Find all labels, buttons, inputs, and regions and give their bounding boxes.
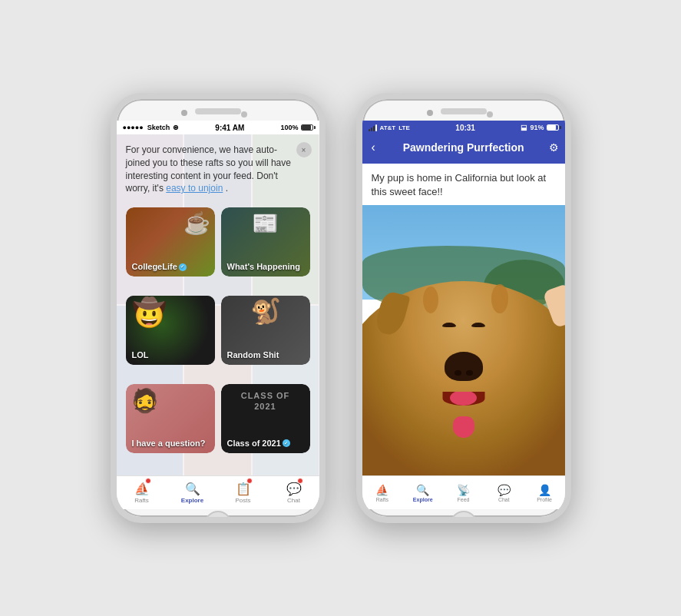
raft-name-college: CollegeLife [132, 262, 177, 272]
bluetooth-symbol: ⬓ [521, 124, 527, 131]
class-year-decoration: CLASS OF2021 [221, 390, 310, 412]
nav-item-explore[interactable]: 🔍 Explore [167, 476, 218, 509]
back-button[interactable]: ‹ [369, 137, 379, 157]
phone-left: ●●●●● Sketch ⊛ 9:41 AM 100% [111, 93, 326, 523]
wifi-icon: ⊛ [173, 124, 179, 131]
phone2-screen: AT&T LTE 10:31 ⬓ 91% ‹ Pawndering Purrfe… [362, 121, 565, 509]
p2-explore-label: Explore [413, 497, 433, 502]
nav-item-posts[interactable]: 📋 Posts [218, 476, 269, 509]
raft-label-college: CollegeLife ✓ [126, 257, 193, 277]
raft-name-whats: What's Happening [227, 262, 301, 272]
status-time-right: 10:31 [455, 124, 475, 132]
p2-explore-icon: 🔍 [416, 484, 429, 496]
chat-badge [297, 478, 303, 484]
battery-percent-left: 100% [280, 124, 298, 131]
nostril-left [455, 370, 461, 376]
raft-label-question: I have a question? [126, 434, 212, 453]
p2-rafts-label: Rafts [376, 497, 388, 502]
explore-label: Explore [181, 497, 203, 504]
camera-left [181, 110, 187, 116]
status-carrier: ●●●●● Sketch ⊛ [123, 124, 180, 131]
modal-close-button[interactable]: × [296, 142, 312, 157]
network-lte: LTE [398, 124, 410, 131]
raft-label-whats: What's Happening [221, 257, 307, 277]
signal-bars [369, 124, 377, 131]
raft-name-class: Class of 2021 [227, 439, 281, 449]
settings-icon[interactable]: ⚙ [549, 141, 559, 154]
battery-percent-right: 91% [530, 124, 544, 131]
raft-name-question: I have a question? [132, 439, 206, 449]
raft-label-lol: LOL [126, 346, 155, 365]
coffee-icon: ☕ [183, 210, 210, 236]
p2-nav-rafts[interactable]: ⛵ Rafts [362, 476, 403, 509]
home-button-right[interactable] [450, 511, 478, 523]
modal-text-end: . [226, 183, 228, 194]
raft-label-random: Random Shit [221, 346, 286, 365]
eye-left [442, 323, 456, 327]
raft-card-question[interactable]: 🧔 I have a question? [126, 384, 215, 453]
bar3 [373, 126, 375, 131]
rafts-label: Rafts [134, 497, 149, 504]
unjoin-link[interactable]: easy to unjoin [166, 183, 223, 194]
status-battery-right: ⬓ 91% [521, 124, 558, 131]
eye-right [471, 323, 485, 327]
bar4 [375, 124, 377, 131]
raft-card-whats-happening[interactable]: 📰 What's Happening [221, 207, 310, 277]
posts-badge [246, 478, 253, 484]
battery-icon-right [547, 124, 559, 131]
bar1 [369, 129, 370, 131]
rafts-badge [145, 478, 151, 484]
bottom-nav-right: ⛵ Rafts 🔍 Explore 📡 Feed 💬 Chat 👤 [362, 475, 565, 509]
home-button-left[interactable] [204, 511, 232, 523]
raft-card-lol[interactable]: 🤠 LOL [126, 296, 215, 365]
p2-nav-profile[interactable]: 👤 Profile [524, 476, 565, 509]
status-time-left: 9:41 AM [215, 124, 244, 132]
dog-nose [445, 352, 483, 381]
fur-right [491, 284, 508, 313]
phone1-screen: ●●●●● Sketch ⊛ 9:41 AM 100% [117, 121, 319, 509]
verified-badge-college: ✓ [179, 263, 187, 271]
post-image [362, 205, 565, 475]
raft-card-random-shit[interactable]: 🐒 Random Shit [221, 296, 310, 365]
channel-header: ‹ Pawndering Purrfection ⚙ [362, 134, 565, 164]
chat-label: Chat [287, 497, 300, 504]
channel-title: Pawndering Purrfection [379, 141, 549, 154]
phone1-background: For your convenience, we have auto-joine… [117, 134, 319, 475]
p2-chat-icon: 💬 [498, 484, 511, 496]
person-icon: 🧔 [131, 387, 159, 414]
newspaper-icon: 📰 [252, 210, 279, 236]
status-bar-left: ●●●●● Sketch ⊛ 9:41 AM 100% [117, 121, 319, 134]
p2-profile-label: Profile [537, 497, 552, 502]
dog-tongue-inner [450, 392, 477, 406]
raft-label-class: Class of 2021 ✓ [221, 434, 296, 453]
auto-join-modal: For your convenience, we have auto-joine… [117, 134, 319, 475]
p2-feed-icon: 📡 [457, 484, 470, 496]
modal-header: For your convenience, we have auto-joine… [117, 134, 319, 201]
dog-mouth [442, 392, 484, 406]
p2-chat-label: Chat [498, 497, 510, 502]
p2-nav-explore[interactable]: 🔍 Explore [402, 476, 443, 509]
phones-container: ●●●●● Sketch ⊛ 9:41 AM 100% [111, 93, 571, 523]
nav-item-chat[interactable]: 💬 Chat [269, 476, 319, 509]
monkey-character: 🐒 [250, 299, 281, 323]
p2-nav-chat[interactable]: 💬 Chat [484, 476, 524, 509]
dog-tongue [453, 416, 474, 438]
carrier-dots: ●●●●● [123, 124, 144, 131]
p2-nav-feed[interactable]: 📡 Feed [443, 476, 484, 509]
nav-item-rafts[interactable]: ⛵ Rafts [117, 476, 167, 509]
modal-body-text: For your convenience, we have auto-joine… [126, 144, 310, 195]
phone-right: AT&T LTE 10:31 ⬓ 91% ‹ Pawndering Purrfe… [356, 93, 571, 523]
nostril-right [466, 370, 473, 376]
cartoon-character-lol: 🤠 [132, 299, 167, 326]
camera-right [427, 110, 433, 116]
post-content: My pup is home in California but look at… [362, 164, 565, 475]
battery-icon-left [301, 124, 313, 131]
status-signal-right: AT&T LTE [369, 124, 410, 131]
p2-feed-label: Feed [458, 497, 470, 502]
raft-card-class-2021[interactable]: CLASS OF2021 Class of 2021 ✓ [221, 384, 310, 453]
rafts-grid: ☕ CollegeLife ✓ 📰 What's Happening [117, 201, 319, 475]
status-bar-right: AT&T LTE 10:31 ⬓ 91% [362, 121, 565, 134]
raft-card-college-life[interactable]: ☕ CollegeLife ✓ [126, 207, 215, 277]
raft-name-random: Random Shit [227, 350, 279, 360]
raft-name-lol: LOL [132, 350, 149, 360]
